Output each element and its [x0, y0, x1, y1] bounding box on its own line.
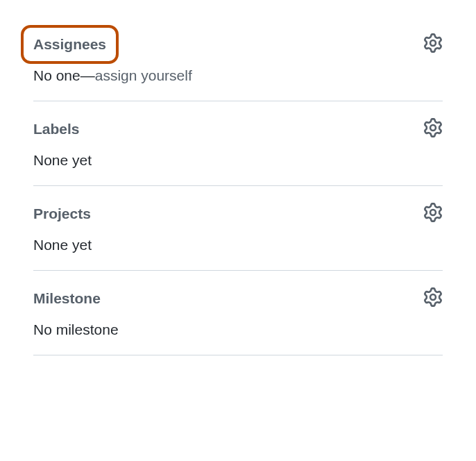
- projects-title: Projects: [33, 206, 91, 222]
- gear-icon: [423, 33, 443, 55]
- assignees-body: No one—assign yourself: [33, 67, 443, 84]
- milestone-title: Milestone: [33, 290, 101, 307]
- labels-body: None yet: [33, 152, 443, 169]
- milestone-gear-button[interactable]: [423, 287, 443, 309]
- projects-header: Projects: [33, 203, 443, 224]
- gear-icon: [423, 203, 443, 224]
- assignees-section: Assignees No one—assign yourself: [33, 28, 443, 101]
- assignees-gear-button[interactable]: [423, 33, 443, 55]
- gear-icon: [423, 118, 443, 140]
- assignees-empty-prefix: No one—: [33, 67, 95, 83]
- projects-gear-button[interactable]: [423, 203, 443, 224]
- gear-icon: [423, 287, 443, 309]
- milestone-body: No milestone: [33, 321, 443, 338]
- labels-title: Labels: [33, 121, 80, 137]
- projects-section: Projects None yet: [33, 186, 443, 271]
- milestone-section: Milestone No milestone: [33, 271, 443, 355]
- assignees-header: Assignees: [33, 33, 443, 55]
- labels-section: Labels None yet: [33, 101, 443, 186]
- projects-body: None yet: [33, 237, 443, 253]
- milestone-header: Milestone: [33, 287, 443, 309]
- assignees-title: Assignees: [24, 28, 116, 61]
- assign-yourself-link[interactable]: assign yourself: [95, 67, 192, 83]
- labels-header: Labels: [33, 118, 443, 140]
- labels-gear-button[interactable]: [423, 118, 443, 140]
